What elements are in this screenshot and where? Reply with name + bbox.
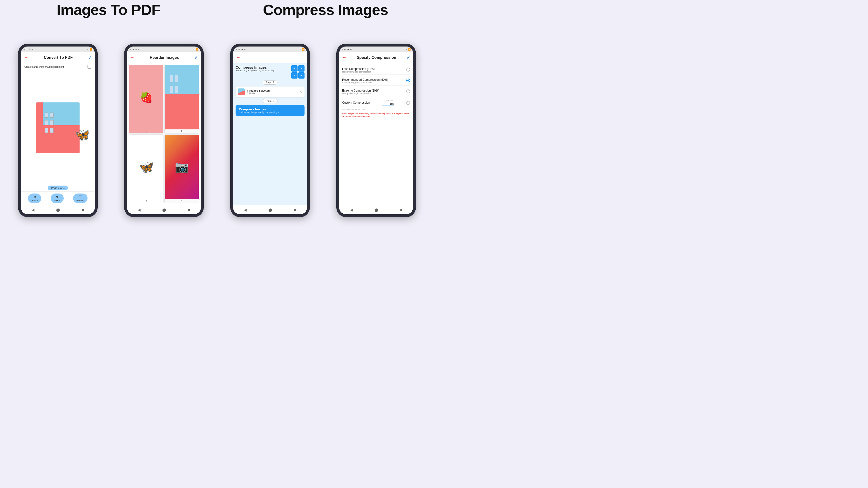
- left-title: Images To PDF: [57, 1, 160, 18]
- phone4-check-icon[interactable]: ✓: [406, 55, 410, 60]
- phone2-img-2: [165, 65, 199, 129]
- phone3-selected-text: 4 Images Selected 2.54 MB: [247, 89, 297, 94]
- phone4-content: Less Compression (88%) High quality, les…: [339, 63, 413, 205]
- phone3-header-row: Compress Images Reduce any image size by…: [236, 65, 305, 78]
- phone4-note: Note: Images that are already compressed…: [342, 112, 410, 118]
- phone2-image-grid: 🍓 1 2: [127, 63, 201, 205]
- phone4-custom-label: Custom Compression: [342, 101, 370, 104]
- phone1-delete-button[interactable]: 🗑 Delete: [51, 194, 64, 203]
- arrow-expand-tl[interactable]: ↙: [291, 65, 298, 72]
- phone3-compress-box[interactable]: Compress Images Reduce any image size by…: [236, 105, 305, 116]
- phone4-option-recommended[interactable]: Recommended Compression (50%) Good quali…: [342, 77, 410, 86]
- right-header: Compress Images: [217, 1, 434, 18]
- phone2-num-4: 4: [181, 199, 182, 203]
- arrow-expand-br[interactable]: ↖: [298, 72, 305, 78]
- phone2-cell-1[interactable]: 🍓 1: [129, 65, 163, 133]
- phone1-gear-icon: ⚙: [29, 48, 31, 51]
- phone1-image-area: 🦋: [21, 71, 95, 185]
- left-header: Images To PDF: [0, 1, 217, 18]
- phone4-recommended-sub: Good quality, good compression: [342, 82, 406, 84]
- phone1-back-icon[interactable]: ←: [24, 55, 28, 60]
- phone4-option-less-text: Less Compression (88%) High quality, les…: [342, 67, 406, 73]
- phone1-butterfly-icon: 🦋: [75, 128, 90, 142]
- phone2-time: 5:18: [129, 48, 134, 51]
- phone3-msg-icon: ✉: [244, 48, 246, 51]
- phone4-quality-value[interactable]: 88: [382, 102, 394, 106]
- phone2-app-title: Reorder Images: [134, 56, 194, 60]
- phone4-extreme-radio[interactable]: [406, 89, 410, 93]
- phone2-cell-3[interactable]: 🦋 3: [129, 134, 163, 203]
- phone4-nav-square-icon[interactable]: ■: [400, 208, 402, 212]
- phone4-quality-label: Quality % *: [384, 99, 394, 101]
- nav-square-icon[interactable]: ■: [82, 208, 84, 212]
- phone4-option-less[interactable]: Less Compression (88%) High quality, les…: [342, 66, 410, 75]
- phone4-app-title: Specify Compression: [346, 56, 406, 60]
- phone3: 5:34 ⚙ ✉ ▲ 📶 ←: [230, 44, 310, 217]
- phone4-nav-home-icon[interactable]: ⬤: [374, 208, 378, 212]
- phone2-nav-home-icon[interactable]: ⬤: [162, 208, 166, 212]
- phone4-custom-radio[interactable]: [406, 101, 410, 105]
- phone4-wifi-icon: ▲: [405, 48, 407, 51]
- phone3-step2-badge: Step - 2: [262, 99, 277, 103]
- phone2-check-icon[interactable]: ✓: [194, 55, 198, 60]
- phone4-recommended-title: Recommended Compression (50%): [342, 78, 406, 82]
- phone4-status-bar: 5:34 ⚙ ✉ ▲ 📶: [339, 46, 413, 52]
- phone4-nav-back-icon[interactable]: ◀: [350, 208, 353, 212]
- phone4-option-extreme[interactable]: Extreme Compression (20%) less quality, …: [342, 88, 410, 96]
- phone2-app-bar: ← Reorder Images ✓: [127, 52, 201, 63]
- phone3-bottom-nav: ◀ ⬤ ■: [233, 205, 307, 214]
- phone2-wrapper: 5:18 ⚙ ✉ ▲ 📶 ← Reorder Images ✓: [113, 22, 215, 239]
- phone1-reorder-button[interactable]: ☰ Reorder: [73, 194, 88, 203]
- phone1-options-row: Create same width(960px) document: [21, 63, 95, 71]
- phone1-wifi-icon: ▲: [87, 48, 89, 51]
- phone3-subtitle: Reduce any image size by compressing it: [236, 69, 276, 72]
- phone2-msg-icon: ✉: [138, 48, 140, 51]
- phone2-back-icon[interactable]: ←: [130, 55, 134, 60]
- phone4-less-radio[interactable]: [406, 68, 410, 72]
- phone4-back-icon[interactable]: ←: [342, 55, 346, 60]
- phone2-cell-2[interactable]: 2: [164, 65, 199, 133]
- phone2-nav-back-icon[interactable]: ◀: [138, 208, 141, 212]
- phone3-selected-size: 2.54 MB: [247, 92, 297, 94]
- phone1-rotate-label: Rotate: [31, 199, 38, 202]
- phone3-status-bar: 5:34 ⚙ ✉ ▲ 📶: [233, 46, 307, 52]
- phone1-wrapper: 5:32 ⚙ ✉ ▲ 📶 ← Convert To PDF ✓: [7, 22, 108, 239]
- phone3-arrows: ↙ ↘ ↗ ↖: [291, 65, 305, 78]
- arrow-expand-tr[interactable]: ↘: [298, 65, 305, 72]
- phone2-img-4: 📷: [165, 135, 199, 199]
- phone4: 5:34 ⚙ ✉ ▲ 📶 ← Specify Compression ✓: [336, 44, 416, 217]
- phone3-step1-badge: Step - 1: [262, 80, 277, 85]
- phone4-quality-input: Quality % * 88: [382, 99, 394, 106]
- phone1-status-bar: 5:32 ⚙ ✉ ▲ 📶: [21, 46, 95, 52]
- phone3-img-thumb: [238, 89, 245, 95]
- phone3-nav-square-icon[interactable]: ■: [294, 208, 296, 212]
- phone4-extreme-title: Extreme Compression (20%): [342, 89, 406, 92]
- phone4-recommended-radio[interactable]: [406, 78, 410, 83]
- phone1-rotate-button[interactable]: ↻ Rotate: [28, 194, 41, 203]
- phone3-selected-label: 4 Images Selected: [247, 89, 297, 92]
- phone1-check-icon[interactable]: ✓: [88, 55, 92, 60]
- phone3-time: 5:34: [236, 48, 240, 51]
- phone3-clear-button[interactable]: ✕: [299, 90, 302, 94]
- phone3-content: Compress Images Reduce any image size by…: [233, 63, 307, 205]
- phone4-extreme-sub: less quality, High compression: [342, 92, 406, 95]
- nav-home-icon[interactable]: ⬤: [56, 208, 60, 212]
- phone2-num-3: 3: [146, 199, 147, 203]
- phone2-nav-square-icon[interactable]: ■: [188, 208, 190, 212]
- phone1-page-badge: Page 2 of 4: [48, 186, 68, 190]
- phone3-nav-home-icon[interactable]: ⬤: [268, 208, 272, 212]
- arrow-expand-bl[interactable]: ↗: [291, 72, 298, 78]
- phone1-checkbox[interactable]: [88, 65, 91, 69]
- phone3-title: Compress Images: [236, 65, 276, 69]
- phone4-hint: Enter quality from 1 to 100: [342, 108, 410, 110]
- nav-back-icon[interactable]: ◀: [32, 208, 34, 212]
- phone3-nav-back-icon[interactable]: ◀: [244, 208, 247, 212]
- right-title: Compress Images: [263, 1, 388, 18]
- phone2-cell-4[interactable]: 📷 4: [164, 134, 199, 203]
- butterfly-icon: 🦋: [139, 160, 154, 174]
- phone3-gear-icon: ⚙: [241, 48, 243, 51]
- phone1-bottom-nav: ◀ ⬤ ■: [21, 205, 95, 214]
- phone4-wrapper: 5:34 ⚙ ✉ ▲ 📶 ← Specify Compression ✓: [326, 22, 427, 239]
- phone1-reorder-label: Reorder: [76, 199, 84, 202]
- phone3-back-icon[interactable]: ←: [236, 55, 240, 60]
